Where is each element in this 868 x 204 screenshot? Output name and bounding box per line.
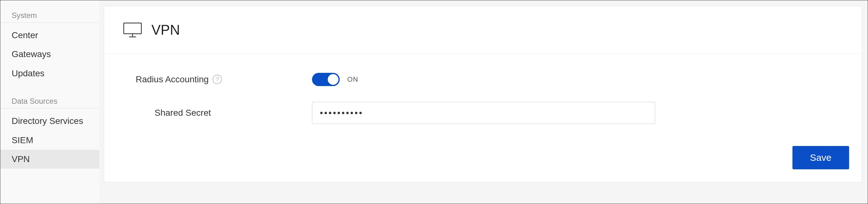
sidebar-item-label: VPN [12, 154, 30, 164]
sidebar-item-center[interactable]: Center [0, 26, 99, 45]
sidebar-item-label: SIEM [12, 135, 33, 145]
sidebar-item-directory-services[interactable]: Directory Services [0, 112, 99, 130]
settings-card: VPN Radius Accounting ? ON [104, 6, 862, 182]
shared-secret-input[interactable] [312, 102, 655, 124]
card-footer: Save [104, 146, 862, 182]
sidebar-item-label: Center [12, 30, 38, 40]
row-radius-accounting: Radius Accounting ? ON [123, 73, 843, 86]
sidebar-item-updates[interactable]: Updates [0, 64, 99, 83]
toggle-knob [328, 74, 338, 85]
radius-accounting-label: Radius Accounting [136, 75, 209, 85]
help-icon[interactable]: ? [213, 75, 222, 84]
sidebar-item-vpn[interactable]: VPN [0, 150, 99, 169]
svg-rect-0 [124, 23, 142, 34]
card-header: VPN [104, 6, 862, 54]
sidebar-item-label: Gateways [12, 49, 51, 59]
shared-secret-label: Shared Secret [155, 108, 211, 118]
radius-accounting-toggle[interactable] [312, 73, 340, 86]
sidebar-item-gateways[interactable]: Gateways [0, 45, 99, 64]
row-shared-secret: Shared Secret [123, 102, 843, 124]
radius-accounting-label-col: Radius Accounting ? [123, 75, 312, 85]
toggle-state-label: ON [347, 75, 358, 84]
sidebar-group-data-sources: Data Sources [0, 95, 99, 109]
sidebar: System Center Gateways Updates Data Sour… [0, 0, 99, 204]
sidebar-item-label: Updates [12, 68, 44, 78]
sidebar-item-siem[interactable]: SIEM [0, 131, 99, 150]
shared-secret-label-col: Shared Secret [123, 108, 312, 118]
card-body: Radius Accounting ? ON Shared Secret [104, 54, 862, 146]
sidebar-group-system: System [0, 10, 99, 23]
page-title: VPN [151, 22, 180, 38]
save-button[interactable]: Save [793, 146, 849, 169]
monitor-icon [123, 22, 142, 37]
main-panel: VPN Radius Accounting ? ON [99, 0, 868, 204]
sidebar-item-label: Directory Services [12, 116, 83, 126]
